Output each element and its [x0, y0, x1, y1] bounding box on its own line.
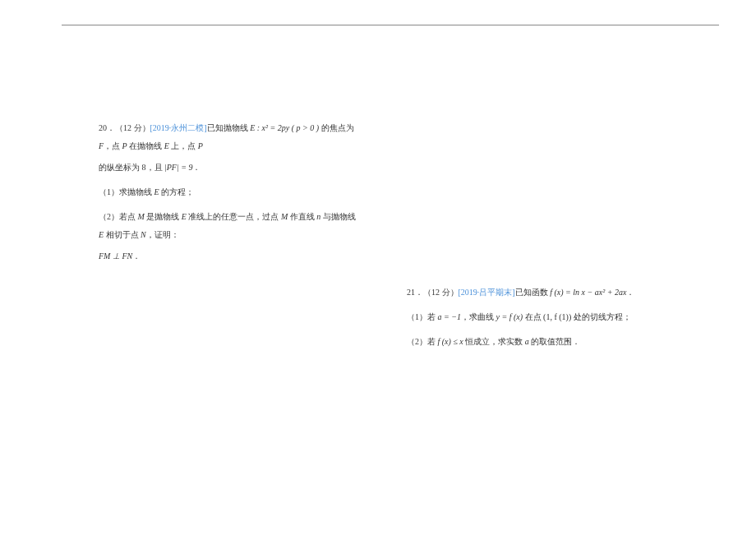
q20-number: 20．（12 分）: [99, 123, 150, 132]
q20-part2-line2: FM ⊥ FN．: [99, 247, 362, 265]
q20-source-link: [2019·永州二模]: [150, 123, 207, 132]
q20-text: 的焦点为: [319, 123, 354, 132]
q20-text: ．: [192, 163, 201, 172]
q20-part2-line1: （2）若点 M 是抛物线 E 准线上的任意一点，过点 M 作直线 n 与抛物线 …: [99, 208, 362, 244]
q20-m: M: [138, 212, 145, 221]
q20-part2-text: 准线上的任意一点，过点: [187, 212, 281, 221]
q20-part2-text: （2）若点: [99, 212, 138, 221]
q21-part1-text: ，求曲线: [461, 312, 496, 321]
q21-text: ．: [626, 288, 634, 297]
question-20-block: 20．（12 分）[2019·永州二模]已知抛物线 E : x² = 2py (…: [99, 119, 362, 269]
q21-part1-text: 在点: [523, 312, 543, 321]
q20-part1-text: （1）求抛物线: [99, 187, 154, 196]
q21-part1-text: 处的切线方程；: [571, 312, 631, 321]
q20-conclusion: FM ⊥ FN: [99, 251, 132, 261]
q21-part2: （2）若 f (x) ≤ x 恒成立，求实数 a 的取值范围．: [407, 333, 670, 351]
q20-text: 已知抛物线: [207, 123, 251, 132]
q21-part2-text: 恒成立，求实数: [463, 337, 525, 346]
q20-part2-text: 是抛物线: [145, 212, 182, 221]
q20-part2-text: 作直线: [288, 212, 316, 221]
q21-line1: 21．（12 分）[2019·吕平期末]已知函数 f (x) = ln x − …: [407, 284, 670, 302]
q20-part2-text: 与抛物线: [320, 212, 356, 221]
q20-point-p2: P: [198, 141, 203, 150]
q20-part2-text: 相切于点: [104, 230, 141, 239]
q21-point: (1, f (1)): [543, 312, 571, 321]
q20-text: ，点: [104, 141, 122, 150]
q21-part1-text: （1）若: [407, 312, 438, 321]
q21-part2-text: 的取值范围．: [529, 337, 581, 346]
q20-part1: （1）求抛物线 E 的方程；: [99, 183, 362, 201]
q21-a-condition: a = −1: [438, 312, 462, 321]
q21-curve: y = f (x): [496, 312, 523, 321]
page-top-border: [62, 25, 719, 25]
q20-text: 在抛物线: [127, 141, 164, 150]
q21-source-link: [2019·吕平期末]: [459, 288, 515, 297]
q20-n2: N: [141, 230, 146, 239]
q21-text: 已知函数: [515, 288, 551, 297]
q20-curve-equation: E : x² = 2py ( p > 0 ): [250, 123, 319, 132]
q21-inequality: f (x) ≤ x: [438, 337, 463, 346]
question-21-block: 21．（12 分）[2019·吕平期末]已知函数 f (x) = ln x − …: [407, 284, 670, 354]
q20-part2-text: ，证明：: [146, 230, 179, 239]
q20-text: 上，点: [169, 141, 198, 150]
q20-part2-end: ．: [132, 251, 141, 261]
q21-part1: （1）若 a = −1，求曲线 y = f (x) 在点 (1, f (1)) …: [407, 308, 670, 326]
q21-function-equation: f (x) = ln x − ax² + 2ax: [550, 288, 626, 297]
q20-pf-equation: |PF| = 9: [164, 163, 192, 172]
q21-part2-text: （2）若: [407, 337, 438, 346]
q21-number: 21．（12 分）: [407, 288, 459, 297]
q20-line1: 20．（12 分）[2019·永州二模]已知抛物线 E : x² = 2py (…: [99, 119, 362, 155]
q20-part1-end: 的方程；: [159, 187, 195, 196]
q20-line2: 的纵坐标为 8，且 |PF| = 9．: [99, 159, 362, 177]
q20-text: 的纵坐标为 8，且: [99, 163, 164, 172]
